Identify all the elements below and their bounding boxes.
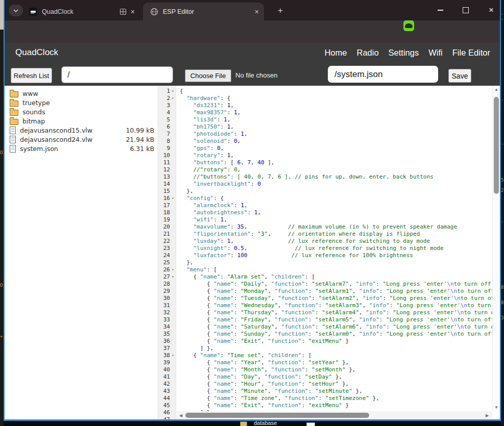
fold-icon[interactable]: ▾ bbox=[170, 266, 176, 273]
code-line[interactable]: }, bbox=[180, 259, 492, 266]
code-line[interactable]: { "name": "Friday", "function": "setAlar… bbox=[180, 316, 492, 323]
code-line[interactable]: "maxvolume": 35, // maximum volume (in %… bbox=[180, 223, 492, 231]
folder-row[interactable]: www bbox=[5, 89, 157, 98]
window-maximize-button[interactable] bbox=[457, 3, 474, 17]
nav-link-radio[interactable]: Radio bbox=[356, 48, 378, 58]
code-line[interactable]: "photodiode": 1, bbox=[180, 131, 492, 138]
choose-file-button[interactable]: Choose File bbox=[185, 69, 231, 82]
fold-icon[interactable]: ▾ bbox=[170, 88, 176, 95]
code-line[interactable]: "ds3231": 1, bbox=[180, 102, 492, 109]
tab-esp-editor[interactable]: ESP Editor × bbox=[143, 3, 264, 20]
fold-icon[interactable]: ▾ bbox=[170, 95, 176, 102]
code-line[interactable]: "solenoid": 0, bbox=[180, 138, 492, 145]
code-editor[interactable]: 1▾2▾345678910111213141516▾17181920212223… bbox=[157, 86, 500, 419]
chevron-down-icon bbox=[13, 9, 18, 12]
nav-link-file-editor[interactable]: File Editor bbox=[452, 48, 490, 58]
tab-search-button[interactable] bbox=[9, 5, 23, 16]
code-line[interactable]: { "name": "Monday", "function": "setAlar… bbox=[180, 288, 492, 295]
line-number: 25 bbox=[157, 259, 176, 266]
code-line[interactable]: //"buttons": [ 40, 0, 7, 6 ], // pins fo… bbox=[180, 173, 492, 181]
code-line[interactable]: { "name": "Sunday", "function": "setAlar… bbox=[180, 331, 492, 338]
scroll-right-icon[interactable]: ▶ bbox=[484, 413, 490, 418]
folder-row[interactable]: truetype bbox=[5, 98, 157, 107]
new-tab-button[interactable]: + bbox=[275, 5, 286, 16]
ghostery-extension-icon[interactable] bbox=[403, 20, 414, 31]
code-line[interactable]: "wifi": 1, bbox=[180, 216, 492, 223]
tab-close-icon[interactable]: × bbox=[131, 8, 135, 15]
code-line[interactable]: { "name": "Wednesday", "function": "setA… bbox=[180, 302, 492, 309]
line-number: 20 bbox=[157, 223, 176, 231]
window-close-button[interactable]: × bbox=[483, 3, 500, 17]
horizontal-scrollbar[interactable]: ◀ ▶ bbox=[177, 411, 492, 419]
scroll-left-icon[interactable]: ◀ bbox=[178, 413, 184, 418]
code-line[interactable]: { "name": "Exit", "function": "exitMenu"… bbox=[180, 402, 492, 409]
background-window-left-top bbox=[0, 0, 4, 30]
horizontal-scroll-thumb[interactable] bbox=[185, 413, 369, 418]
code-line[interactable]: { "name": "Time zone", "function": "setT… bbox=[180, 395, 492, 402]
background-text-fragment: 3 bbox=[501, 315, 503, 320]
code-line[interactable]: { "name": "Month", "function": "setMonth… bbox=[180, 366, 492, 373]
code-line[interactable]: "alarmclock": 1, bbox=[180, 202, 492, 209]
fold-icon[interactable]: ▾ bbox=[170, 195, 176, 202]
scroll-down-icon[interactable]: ▼ bbox=[493, 405, 500, 410]
code-line[interactable]: "gps": 0, bbox=[180, 145, 492, 152]
code-line[interactable]: "luxday": 1, // lux reference for switch… bbox=[180, 238, 492, 245]
file-row[interactable]: system.json6.31 kB bbox=[5, 144, 157, 153]
code-line[interactable]: }, bbox=[180, 188, 492, 195]
vertical-scrollbar[interactable]: ▲ ▼ bbox=[492, 86, 500, 411]
code-line[interactable]: { "name": "Exit", "function": "exitMenu"… bbox=[180, 338, 492, 345]
code-line[interactable]: { "name": "Time set", "children": [ bbox=[180, 352, 492, 359]
fold-icon[interactable]: ▾ bbox=[170, 273, 176, 281]
folder-row[interactable]: sounds bbox=[5, 107, 157, 116]
desktop-folder-icon[interactable] bbox=[240, 421, 247, 426]
nav-link-settings[interactable]: Settings bbox=[389, 48, 419, 58]
fold-icon[interactable]: ▾ bbox=[170, 352, 176, 359]
code-line[interactable]: ] }, bbox=[180, 345, 492, 352]
code-line[interactable]: "autobrightness": 1, bbox=[180, 209, 492, 216]
nav-link-home[interactable]: Home bbox=[324, 48, 347, 58]
window-minimize-button[interactable] bbox=[431, 3, 449, 17]
code-line[interactable]: "invertbacklight": 0 bbox=[180, 181, 492, 188]
editor-code-area[interactable]: { "hardware": { "ds3231": 1, "max98357":… bbox=[177, 86, 492, 412]
code-line[interactable]: { "name": "Year", "function": "setYear" … bbox=[180, 359, 492, 366]
code-line[interactable]: { "name": "Day", "function": "setDay" }, bbox=[180, 373, 492, 381]
code-line[interactable]: "bh1750": 1, bbox=[180, 123, 492, 131]
code-line[interactable]: { "name": "Minute", "function": "setMinu… bbox=[180, 388, 492, 395]
vertical-scroll-thumb[interactable] bbox=[494, 97, 499, 194]
code-line[interactable]: "hardware": { bbox=[180, 95, 492, 102]
file-row[interactable]: dejavusanscond24.vlw21.94 kB bbox=[5, 135, 157, 144]
code-line[interactable]: { "name": "Saturday", "function": "setAl… bbox=[180, 323, 492, 331]
file-row[interactable]: dejavusanscond15.vlw10.99 kB bbox=[5, 126, 157, 135]
code-line[interactable]: "buttons": [ 6, 7, 40 ], bbox=[180, 159, 492, 166]
code-line[interactable]: { bbox=[180, 88, 492, 95]
code-line[interactable]: "luxfactor": 100 // lux reference for 10… bbox=[180, 252, 492, 259]
code-line[interactable]: "rotary": 1, bbox=[180, 152, 492, 159]
scroll-up-icon[interactable]: ▲ bbox=[493, 87, 500, 92]
code-line[interactable]: "menu": [ bbox=[180, 266, 492, 273]
save-button[interactable]: Save bbox=[448, 69, 471, 83]
code-line[interactable]: "lis3d": 1, bbox=[180, 116, 492, 123]
folder-icon bbox=[10, 119, 18, 125]
nav-link-wifi[interactable]: Wifi bbox=[428, 48, 443, 58]
code-line[interactable]: "fliporientation": "3", // orientation w… bbox=[180, 231, 492, 238]
code-line[interactable]: "config": { bbox=[180, 195, 492, 202]
tab-close-icon[interactable]: × bbox=[255, 8, 259, 15]
code-line[interactable]: { "name": "Thursday", "function": "setAl… bbox=[180, 309, 492, 316]
path-input[interactable] bbox=[61, 66, 173, 83]
tab-title: QuadClock bbox=[42, 8, 117, 15]
code-line[interactable]: //"rotary": 0, bbox=[180, 166, 492, 173]
code-line[interactable]: "luxnight": 0.5, // lux reference for sw… bbox=[180, 245, 492, 252]
line-number: 14 bbox=[157, 181, 176, 188]
code-line[interactable]: { "name": "Daily", "function": "setAlarm… bbox=[180, 281, 492, 288]
code-line[interactable]: { "name": "Alarm set", "children": [ bbox=[180, 273, 492, 281]
code-line[interactable]: { "name": "Tuesday", "function": "setAla… bbox=[180, 295, 492, 302]
line-number: 45 bbox=[157, 402, 176, 409]
tab-title: ESP Editor bbox=[163, 8, 251, 15]
filename-input[interactable] bbox=[328, 66, 438, 83]
tab-quadclock[interactable]: QuadClock × bbox=[22, 3, 140, 20]
refresh-list-button[interactable]: Refresh List bbox=[11, 68, 52, 83]
code-line[interactable]: "max98357": 1, bbox=[180, 109, 492, 116]
folder-row[interactable]: bitmap bbox=[5, 116, 157, 126]
code-line[interactable]: { "name": "Hour", "function": "setHour" … bbox=[180, 381, 492, 388]
line-number: 9 bbox=[157, 145, 176, 152]
